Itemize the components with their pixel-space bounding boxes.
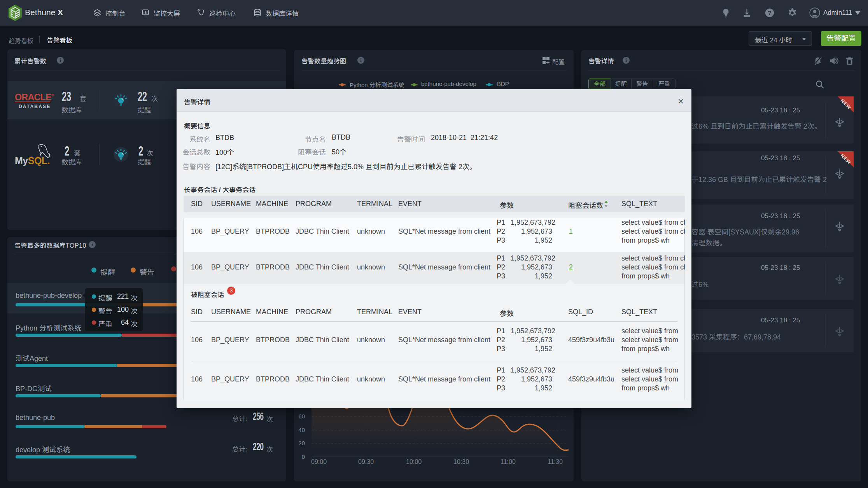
svg-text:MySQL.: MySQL. xyxy=(15,155,50,166)
svg-text:?: ? xyxy=(768,9,771,16)
